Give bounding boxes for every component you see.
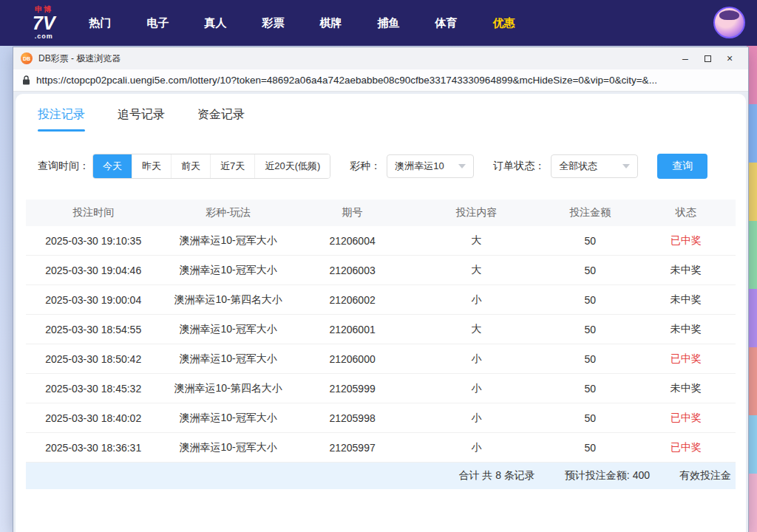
cell-content: 小 [409, 441, 543, 454]
browser-title: DB彩票 - 极速浏览器 [38, 52, 120, 65]
table-row: 2025-03-30 19:04:46澳洲幸运10-冠军大小21206003大5… [26, 256, 736, 285]
nav-item-6[interactable]: 捕鱼 [360, 16, 418, 30]
cell-play: 澳洲幸运10-第四名大小 [160, 382, 295, 395]
header-cell-1: 投注时间 [26, 206, 160, 219]
top-nav: 申博 7V .com 热门电子真人彩票棋牌捕鱼体育优惠 [0, 0, 757, 46]
page-background: 投注记录追号记录资金记录 查询时间： 今天昨天前天近7天近20天(低频) 彩种：… [13, 92, 748, 532]
table-footer: 合计 共 8 条记录 预计投注金额: 400 有效投注金 [26, 463, 736, 489]
footer-total: 合计 共 8 条记录 [458, 469, 534, 482]
header-cell-3: 期号 [296, 206, 410, 219]
cell-time: 2025-03-30 19:10:35 [26, 235, 160, 247]
maximize-icon [705, 55, 711, 62]
user-avatar[interactable] [713, 7, 745, 38]
header-cell-5: 投注金额 [544, 206, 637, 219]
cell-time: 2025-03-30 18:36:31 [26, 442, 160, 454]
table-row: 2025-03-30 18:54:55澳洲幸运10-冠军大小21206001大5… [26, 315, 736, 344]
address-bar[interactable]: https://ctopcp02pcali.uengi5e.com/lotter… [13, 69, 748, 92]
cell-issue: 21205999 [296, 383, 410, 395]
cell-amount: 50 [544, 353, 637, 365]
logo-suffix-text: .com [35, 33, 53, 40]
table-row: 2025-03-30 19:10:35澳洲幸运10-冠军大小21206004大5… [26, 226, 736, 256]
cell-play: 澳洲幸运10-冠军大小 [160, 352, 295, 366]
cell-time: 2025-03-30 18:40:02 [26, 412, 160, 424]
cell-status: 已中奖 [637, 234, 736, 248]
cell-content: 小 [409, 293, 543, 307]
table-row: 2025-03-30 18:36:31澳洲幸运10-冠军大小21205997小5… [26, 433, 736, 463]
time-option-3[interactable]: 前天 [171, 154, 210, 178]
cell-play: 澳洲幸运10-冠军大小 [160, 264, 295, 277]
lottery-filter-label: 彩种： [350, 160, 381, 173]
cell-time: 2025-03-30 18:54:55 [26, 324, 160, 335]
cell-issue: 21206003 [296, 265, 410, 276]
chevron-down-icon [458, 164, 466, 168]
lottery-select[interactable]: 澳洲幸运10 [387, 154, 474, 178]
header-cell-6: 状态 [637, 206, 736, 219]
nav-items: 热门电子真人彩票棋牌捕鱼体育优惠 [72, 16, 533, 30]
cell-issue: 21206004 [296, 235, 410, 247]
cell-content: 大 [409, 264, 543, 277]
cell-time: 2025-03-30 18:50:42 [26, 353, 160, 365]
close-button[interactable]: × [719, 50, 741, 67]
footer-expected-amount: 预计投注金额: 400 [565, 469, 650, 482]
nav-item-3[interactable]: 真人 [187, 16, 245, 30]
cell-play: 澳洲幸运10-冠军大小 [160, 441, 295, 454]
cell-play: 澳洲幸运10-冠军大小 [160, 412, 295, 425]
time-option-2[interactable]: 昨天 [132, 154, 171, 178]
window-controls: – × [674, 50, 741, 67]
time-option-5[interactable]: 近20天(低频) [254, 154, 330, 178]
tab-3[interactable]: 资金记录 [197, 107, 245, 132]
maximize-button[interactable] [696, 50, 719, 67]
cell-time: 2025-03-30 18:45:32 [26, 383, 160, 395]
lottery-select-value: 澳洲幸运10 [395, 160, 444, 173]
cell-content: 小 [409, 382, 543, 395]
cell-status: 已中奖 [637, 441, 736, 454]
tab-1[interactable]: 投注记录 [38, 107, 85, 132]
cell-issue: 21206001 [296, 324, 410, 335]
table-header-row: 投注时间彩种-玩法期号投注内容投注金额状态 [26, 200, 736, 226]
cell-play: 澳洲幸运10-冠军大小 [160, 323, 295, 336]
cell-status: 已中奖 [637, 352, 736, 366]
cell-status: 未中奖 [637, 323, 736, 336]
record-tabs: 投注记录追号记录资金记录 [16, 94, 746, 132]
cell-issue: 21206002 [296, 294, 410, 306]
cell-amount: 50 [544, 383, 637, 395]
logo-main-text: 7V [33, 14, 55, 33]
cell-issue: 21205998 [296, 412, 410, 424]
table-body: 2025-03-30 19:10:35澳洲幸运10-冠军大小21206004大5… [26, 226, 736, 463]
nav-item-4[interactable]: 彩票 [245, 16, 302, 30]
cell-content: 大 [409, 323, 543, 336]
tab-2[interactable]: 追号记录 [118, 107, 165, 132]
cell-amount: 50 [544, 265, 637, 276]
time-option-4[interactable]: 近7天 [210, 154, 254, 178]
filter-bar: 查询时间： 今天昨天前天近7天近20天(低频) 彩种： 澳洲幸运10 订单状态：… [16, 154, 746, 179]
nav-item-8[interactable]: 优惠 [475, 16, 533, 30]
time-filter-label: 查询时间： [38, 160, 89, 173]
bet-records-table: 投注时间彩种-玩法期号投注内容投注金额状态 2025-03-30 19:10:3… [26, 200, 736, 489]
cell-status: 未中奖 [637, 382, 736, 395]
desktop-wallpaper-strip [747, 46, 757, 532]
query-button[interactable]: 查询 [657, 154, 707, 179]
cell-amount: 50 [544, 412, 637, 424]
site-logo[interactable]: 申博 7V .com [33, 6, 55, 40]
content-card: 投注记录追号记录资金记录 查询时间： 今天昨天前天近7天近20天(低频) 彩种：… [16, 94, 746, 532]
cell-amount: 50 [544, 442, 637, 454]
table-row: 2025-03-30 19:00:04澳洲幸运10-第四名大小21206002小… [26, 285, 736, 315]
nav-item-5[interactable]: 棋牌 [302, 16, 360, 30]
cell-content: 小 [409, 412, 543, 425]
table-row: 2025-03-30 18:40:02澳洲幸运10-冠军大小21205998小5… [26, 403, 736, 433]
nav-item-2[interactable]: 电子 [129, 16, 187, 30]
order-status-select[interactable]: 全部状态 [551, 154, 638, 178]
time-option-1[interactable]: 今天 [93, 154, 132, 178]
url-text: https://ctopcp02pcali.uengi5e.com/lotter… [36, 75, 657, 86]
chevron-down-icon [622, 164, 630, 168]
cell-time: 2025-03-30 19:00:04 [26, 294, 160, 306]
table-row: 2025-03-30 18:50:42澳洲幸运10-冠军大小21206000小5… [26, 344, 736, 374]
nav-item-1[interactable]: 热门 [72, 16, 129, 30]
header-cell-4: 投注内容 [409, 206, 543, 219]
cell-play: 澳洲幸运10-第四名大小 [160, 293, 295, 307]
cell-play: 澳洲幸运10-冠军大小 [160, 234, 295, 248]
time-filter-group: 今天昨天前天近7天近20天(低频) [92, 154, 330, 179]
nav-item-7[interactable]: 体育 [418, 16, 475, 30]
browser-favicon-icon: DB [21, 52, 33, 64]
minimize-button[interactable]: – [674, 50, 696, 67]
